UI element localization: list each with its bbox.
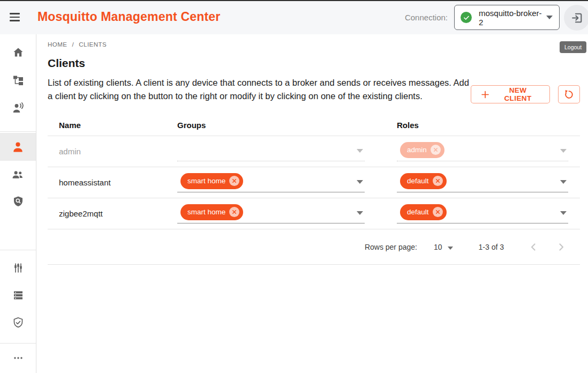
chevron-down-icon — [357, 211, 363, 215]
chevron-down-icon — [357, 180, 363, 184]
table-row[interactable]: admin admin — [48, 136, 580, 167]
sidebar-item-streams[interactable] — [0, 95, 36, 121]
table-header-row: Name Groups Roles — [48, 115, 580, 136]
client-name: admin — [48, 147, 177, 156]
select-underline — [397, 192, 568, 192]
app-title: Mosquitto Management Center — [37, 10, 220, 24]
chevron-down-icon — [560, 211, 567, 215]
page-description: List of existing clients. A client is an… — [48, 76, 471, 103]
breadcrumb-home[interactable]: HOME — [48, 41, 67, 48]
app-bar: Mosquitto Management Center Connection: … — [0, 0, 588, 34]
chevron-right-icon — [555, 241, 568, 253]
sidebar-item-groups[interactable] — [0, 161, 36, 187]
sidebar-divider — [0, 250, 36, 250]
sidebar-item-logs[interactable] — [0, 282, 36, 308]
next-page-button[interactable] — [554, 240, 568, 254]
ellipsis-icon — [12, 352, 25, 364]
group-chip[interactable]: smart home — [180, 204, 243, 220]
previous-page-button[interactable] — [526, 240, 540, 254]
column-header-roles: Roles — [397, 121, 580, 130]
groups-select[interactable]: smart home — [177, 170, 365, 195]
roles-select: admin — [397, 139, 568, 164]
group-chip[interactable]: smart home — [180, 173, 243, 189]
broadcast-person-icon — [12, 101, 25, 114]
sidebar-divider — [0, 131, 36, 132]
chip-delete-icon[interactable] — [229, 207, 239, 217]
groups-people-icon — [11, 168, 25, 181]
sidebar-item-more[interactable] — [0, 345, 36, 371]
chevron-down-icon — [560, 180, 567, 184]
roles-select[interactable]: default — [397, 170, 568, 195]
connection-select[interactable]: mosquitto-broker-2 — [454, 5, 560, 30]
sidebar-item-topology[interactable] — [0, 68, 36, 93]
groups-select[interactable]: smart home — [177, 202, 365, 226]
pagination-range: 1-3 of 3 — [479, 243, 504, 251]
chip-label: smart home — [187, 177, 225, 185]
sidebar-item-clients[interactable] — [0, 133, 36, 161]
logout-button[interactable] — [564, 5, 588, 31]
breadcrumb: HOME / CLIENTS — [48, 41, 588, 48]
chip-label: smart home — [187, 208, 225, 216]
roles-select[interactable]: default — [397, 202, 568, 226]
menu-icon[interactable] — [9, 11, 21, 24]
select-underline — [397, 161, 568, 161]
sidebar-item-settings[interactable] — [0, 255, 36, 281]
breadcrumb-separator: / — [72, 41, 74, 48]
refresh-button[interactable] — [558, 85, 580, 103]
sidebar-item-security[interactable] — [0, 310, 36, 335]
chip-label: default — [407, 208, 429, 216]
rows-per-page-label: Rows per page: — [365, 243, 417, 251]
chip-label: default — [407, 177, 429, 185]
topology-icon — [12, 74, 25, 87]
home-icon — [12, 46, 25, 59]
groups-select — [177, 139, 365, 164]
select-underline — [177, 161, 365, 161]
column-header-name: Name — [48, 121, 177, 130]
chip-delete-icon[interactable] — [433, 207, 443, 217]
logout-icon — [570, 11, 584, 25]
connection-value: mosquitto-broker-2 — [479, 9, 543, 27]
select-underline — [397, 223, 568, 223]
sliders-icon — [12, 262, 25, 274]
shield-check-icon — [12, 316, 25, 329]
client-name: zigbee2mqtt — [48, 209, 177, 218]
connection-label: Connection: — [405, 13, 448, 22]
chip-delete-icon[interactable] — [433, 176, 443, 186]
shield-search-icon — [12, 195, 25, 208]
main-content: HOME / CLIENTS Clients List of existing … — [36, 34, 588, 373]
select-underline — [177, 192, 365, 192]
new-client-button[interactable]: NEW CLIENT — [471, 85, 550, 103]
refresh-icon — [563, 89, 575, 100]
logout-tooltip: Logout — [560, 41, 586, 53]
plus-icon — [480, 89, 490, 100]
role-chip[interactable]: default — [400, 204, 447, 220]
page-title: Clients — [48, 57, 588, 70]
chip-label: admin — [407, 146, 427, 154]
role-chip[interactable]: default — [400, 173, 447, 189]
rows-per-page-value[interactable]: 10 — [434, 243, 442, 251]
window-top-edge — [0, 0, 588, 1]
chevron-down-icon — [357, 149, 363, 153]
chevron-down-icon — [546, 16, 553, 19]
sidebar-item-inspect[interactable] — [0, 189, 36, 214]
client-person-icon — [11, 140, 25, 154]
clients-table: Name Groups Roles admin admin — [48, 115, 580, 265]
table-row[interactable]: homeassistant smart home default — [48, 167, 580, 198]
chip-delete-icon[interactable] — [229, 176, 239, 186]
page-actions: NEW CLIENT — [471, 85, 580, 103]
sidebar — [0, 34, 36, 373]
sidebar-item-home[interactable] — [0, 40, 36, 65]
chevron-down-icon — [560, 149, 567, 153]
chip-delete-icon — [431, 145, 441, 155]
role-chip: admin — [400, 142, 444, 158]
rows-per-page-caret-icon[interactable] — [448, 247, 453, 250]
select-underline — [177, 223, 365, 223]
table-row[interactable]: zigbee2mqtt smart home default — [48, 198, 580, 229]
connected-check-icon — [461, 12, 472, 23]
table-pagination: Rows per page: 10 1-3 of 3 — [48, 229, 580, 265]
column-header-groups: Groups — [177, 121, 397, 130]
new-client-label: NEW CLIENT — [495, 86, 540, 102]
sidebar-divider — [0, 343, 36, 344]
chevron-left-icon — [527, 241, 540, 253]
list-icon — [12, 289, 25, 302]
